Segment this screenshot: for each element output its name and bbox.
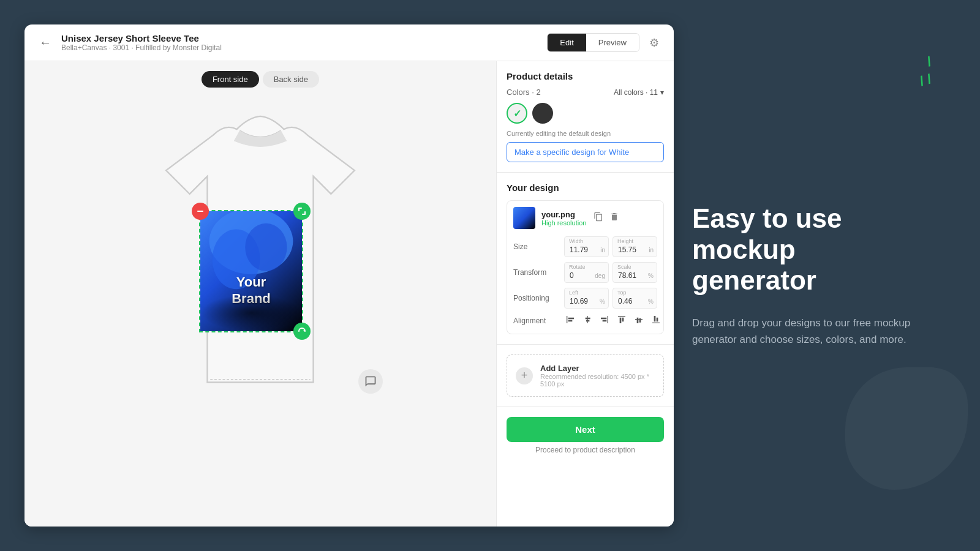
blob-background — [845, 367, 968, 490]
proceed-text: Proceed to product description — [507, 446, 664, 454]
next-button[interactable]: Next — [507, 417, 664, 442]
align-left-button[interactable] — [564, 313, 576, 328]
scale-field: Scale % — [612, 262, 657, 283]
canvas-area: Front side Back side — [24, 61, 496, 527]
copy-design-button[interactable] — [592, 211, 605, 225]
app-header: ← Unisex Jersey Short Sleeve Tee Bella+C… — [24, 24, 674, 61]
positioning-inputs: Left % Top % — [564, 288, 657, 309]
tab-preview[interactable]: Preview — [586, 34, 639, 51]
design-image: YourBrand — [200, 211, 302, 331]
align-bottom-button[interactable] — [650, 313, 662, 328]
color-swatch-white[interactable]: ✓ — [507, 103, 527, 124]
alignment-label: Alignment — [513, 317, 559, 325]
deco-mark-1: / — [925, 55, 933, 69]
add-layer-card[interactable]: + Add Layer Recommended resolution: 4500… — [507, 354, 664, 397]
size-label: Size — [513, 242, 559, 251]
design-filename: your.png — [541, 210, 586, 219]
rotate-field: Rotate deg — [564, 262, 609, 283]
deco-marks: / / / — [920, 55, 931, 87]
product-details-title: Product details — [507, 71, 664, 81]
header-title-block: Unisex Jersey Short Sleeve Tee Bella+Can… — [61, 33, 540, 52]
editing-default-text: Currently editing the default design — [507, 130, 664, 137]
product-title: Unisex Jersey Short Sleeve Tee — [61, 33, 540, 43]
right-panel: Product details Colors · 2 All colors · … — [496, 61, 674, 527]
next-section: Next Proceed to product description — [497, 407, 674, 464]
add-layer-text-block: Add Layer Recommended resolution: 4500 p… — [540, 364, 655, 388]
transform-label: Transform — [513, 268, 559, 277]
add-layer-icon: + — [516, 367, 533, 384]
transform-row: Transform Rotate deg Scale — [513, 262, 657, 283]
product-details-section: Product details Colors · 2 All colors · … — [497, 61, 674, 173]
top-field: Top % — [612, 288, 657, 309]
chat-button[interactable] — [358, 369, 383, 394]
size-inputs: Width in Height in — [564, 236, 657, 257]
marketing-body: Drag and drop your designs to our free m… — [692, 315, 913, 348]
design-thumbnail — [513, 207, 535, 229]
align-top-button[interactable] — [616, 313, 628, 328]
marketing-panel: / / / Easy to usemockupgenerator Drag an… — [674, 24, 956, 527]
all-colors-button[interactable]: All colors · 11 ▾ — [614, 88, 664, 97]
add-layer-title: Add Layer — [540, 364, 655, 373]
add-layer-subtitle: Recommended resolution: 4500 px * 5100 p… — [540, 373, 655, 388]
design-actions — [592, 211, 620, 225]
align-middle-button[interactable] — [633, 313, 645, 328]
transform-inputs: Rotate deg Scale % — [564, 262, 657, 283]
color-swatches: ✓ — [507, 103, 664, 124]
back-button[interactable]: ← — [37, 33, 54, 52]
design-overlay[interactable]: YourBrand — [199, 210, 303, 332]
height-field: Height in — [612, 236, 657, 257]
product-subtitle: Bella+Canvas · 3001 · Fulfilled by Monst… — [61, 43, 540, 52]
delete-handle[interactable] — [192, 203, 209, 220]
alignment-row: Alignment — [513, 313, 657, 328]
tab-back-side[interactable]: Back side — [263, 71, 319, 88]
side-tabs: Front side Back side — [202, 71, 319, 88]
colors-count: Colors · 2 — [507, 88, 541, 97]
app-body: Front side Back side — [24, 61, 674, 527]
positioning-row: Positioning Left % Top % — [513, 288, 657, 309]
delete-design-button[interactable] — [608, 211, 620, 225]
edit-preview-tabs: Edit Preview — [547, 33, 639, 52]
design-card: your.png High resolution — [507, 200, 664, 334]
app-card: ← Unisex Jersey Short Sleeve Tee Bella+C… — [24, 24, 674, 527]
align-right-button[interactable] — [598, 313, 611, 328]
tshirt-container: YourBrand — [126, 100, 395, 406]
add-layer-section: + Add Layer Recommended resolution: 4500… — [497, 345, 674, 407]
colors-row: Colors · 2 All colors · 11 ▾ — [507, 88, 664, 97]
design-file-info: your.png High resolution — [541, 210, 586, 227]
check-mark: ✓ — [513, 108, 521, 119]
settings-button[interactable]: ⚙ — [647, 34, 662, 52]
size-row: Size Width in Height in — [513, 236, 657, 257]
expand-handle[interactable] — [293, 203, 311, 220]
rotate-handle[interactable] — [293, 323, 311, 340]
design-resolution: High resolution — [541, 219, 586, 227]
design-card-header: your.png High resolution — [513, 207, 657, 229]
svg-rect-3 — [197, 211, 203, 212]
your-design-title: Your design — [507, 182, 664, 193]
your-design-section: Your design your.png High resolution — [497, 173, 674, 345]
positioning-label: Positioning — [513, 294, 559, 302]
deco-mark-2: / / — [918, 72, 932, 88]
alignment-icons — [564, 313, 662, 328]
width-field: Width in — [564, 236, 609, 257]
tab-front-side[interactable]: Front side — [202, 71, 259, 88]
svg-point-2 — [245, 223, 287, 271]
make-specific-design-button[interactable]: Make a specific design for White — [507, 142, 664, 162]
tab-edit[interactable]: Edit — [548, 34, 586, 51]
align-center-button[interactable] — [581, 313, 594, 328]
left-field: Left % — [564, 288, 609, 309]
design-splash — [200, 294, 302, 331]
marketing-heading: Easy to usemockupgenerator — [692, 203, 937, 296]
color-swatch-black[interactable] — [532, 103, 553, 124]
